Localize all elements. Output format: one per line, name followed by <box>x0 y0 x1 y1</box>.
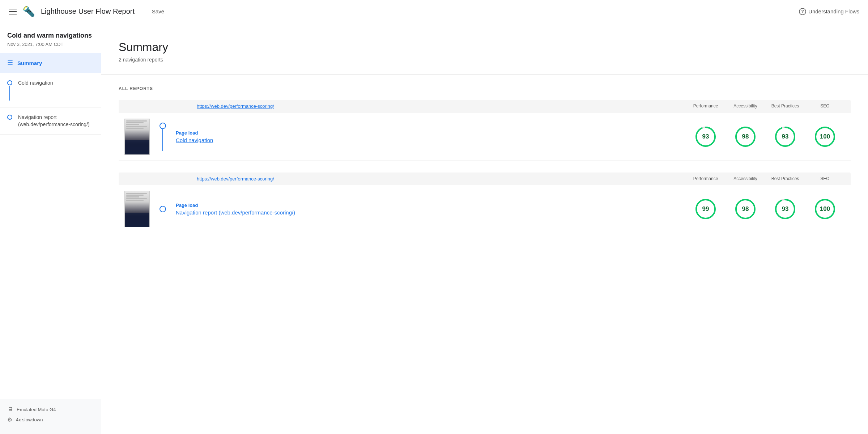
phone-icon: 🖥 <box>7 406 13 413</box>
score-circle-seo-1: 100 <box>814 126 836 148</box>
header-right: ? Understanding Flows <box>799 8 859 15</box>
score-circle-perf-1: 93 <box>695 126 716 148</box>
score-wrap-bp-2: 93 <box>765 198 805 220</box>
col-header-seo-2: SEO <box>805 176 845 182</box>
sidebar-project-title: Cold and warm navigations <box>7 32 94 39</box>
score-wrap-acc-1: 98 <box>726 126 765 148</box>
thumb-line <box>126 128 144 129</box>
thumb-line <box>126 120 147 122</box>
help-icon: ? <box>799 8 806 15</box>
sidebar-nav: Cold navigation Navigation report (web.d… <box>0 73 101 135</box>
all-reports-label: ALL REPORTS <box>119 86 851 91</box>
thumb-line <box>126 126 147 127</box>
save-button[interactable]: Save <box>152 8 164 14</box>
score-value-acc-1: 98 <box>742 133 749 140</box>
report-header-2: https://web.dev/performance-scoring/ Per… <box>119 173 851 186</box>
score-value-acc-2: 98 <box>742 205 749 213</box>
device-label: Emulated Moto G4 <box>17 407 56 412</box>
app-header: 🔦 Lighthouse User Flow Report Save ? Und… <box>0 0 868 23</box>
all-reports-section: ALL REPORTS https://web.dev/performance-… <box>101 75 868 248</box>
understanding-flows-label: Understanding Flows <box>808 8 859 14</box>
nav-dot-container-1 <box>7 80 12 101</box>
score-value-perf-2: 99 <box>702 205 709 213</box>
report-type-1: Page load <box>176 130 686 136</box>
thumbnail-dark-overlay <box>125 140 149 154</box>
score-value-perf-1: 93 <box>702 133 709 140</box>
score-circle-bp-1: 93 <box>774 126 796 148</box>
report-card-2: https://web.dev/performance-scoring/ Per… <box>119 173 851 234</box>
col-header-accessibility-1: Accessibility <box>726 103 765 109</box>
sidebar-item-nav-report[interactable]: Navigation report (web.dev/performance-s… <box>0 107 101 135</box>
nav-line-1 <box>9 86 10 101</box>
report-url-1[interactable]: https://web.dev/performance-scoring/ <box>197 103 686 109</box>
nav-dot-container-2 <box>7 114 12 120</box>
col-header-bestpractices-1: Best Practices <box>765 103 805 109</box>
timeline-connector-1 <box>156 123 170 151</box>
sidebar-summary-label: Summary <box>17 60 42 66</box>
thumb-line <box>126 200 144 201</box>
score-wrap-acc-2: 98 <box>726 198 765 220</box>
thumb-line <box>126 193 147 194</box>
thumb-line <box>126 124 139 125</box>
report-name-2[interactable]: Navigation report (web.dev/performance-s… <box>176 209 686 216</box>
score-wrap-seo-1: 100 <box>805 126 845 148</box>
score-wrap-seo-2: 100 <box>805 198 845 220</box>
understanding-flows-link[interactable]: ? Understanding Flows <box>799 8 859 15</box>
sidebar-summary-item[interactable]: ☰ Summary <box>0 53 101 73</box>
score-circle-acc-1: 98 <box>735 126 756 148</box>
report-type-2: Page load <box>176 203 686 208</box>
score-circle-seo-2: 100 <box>814 198 836 220</box>
summary-heading: Summary <box>119 41 851 54</box>
report-separator <box>119 164 851 173</box>
score-wrap-perf-2: 99 <box>686 198 726 220</box>
sidebar-project-date: Nov 3, 2021, 7:00 AM CDT <box>7 42 94 47</box>
score-circle-acc-2: 98 <box>735 198 756 220</box>
score-circle-perf-2: 99 <box>695 198 716 220</box>
header-left: 🔦 Lighthouse User Flow Report Save <box>9 5 164 17</box>
nav-dot-1 <box>7 80 12 85</box>
col-header-accessibility-2: Accessibility <box>726 176 765 182</box>
report-header-1: https://web.dev/performance-scoring/ Per… <box>119 100 851 113</box>
summary-list-icon: ☰ <box>7 59 13 67</box>
report-info-1: Page load Cold navigation <box>176 130 686 143</box>
score-value-bp-1: 93 <box>782 133 789 140</box>
report-body-2: Page load Navigation report (web.dev/per… <box>119 185 851 233</box>
sidebar-item-cold-navigation[interactable]: Cold navigation <box>0 73 101 107</box>
report-card-1: https://web.dev/performance-scoring/ Per… <box>119 100 851 161</box>
main-content: Summary 2 navigation reports ALL REPORTS… <box>101 23 868 434</box>
timeline-dot-2 <box>159 206 166 212</box>
sidebar: Cold and warm navigations Nov 3, 2021, 7… <box>0 23 101 434</box>
col-header-bestpractices-2: Best Practices <box>765 176 805 182</box>
menu-icon[interactable] <box>9 9 17 14</box>
timeline-dot-1 <box>159 123 166 129</box>
summary-subtext: 2 navigation reports <box>119 57 851 63</box>
score-wrap-perf-1: 93 <box>686 126 726 148</box>
col-header-seo-1: SEO <box>805 103 845 109</box>
col-header-performance-2: Performance <box>686 176 726 182</box>
slowdown-label: 4x slowdown <box>16 417 43 422</box>
report-thumbnail-1 <box>124 119 150 155</box>
sidebar-nav-cold-label: Cold navigation <box>18 80 53 87</box>
score-wrap-bp-1: 93 <box>765 126 805 148</box>
col-header-performance-1: Performance <box>686 103 726 109</box>
nav-dot-2 <box>7 115 12 120</box>
report-name-1[interactable]: Cold navigation <box>176 137 686 143</box>
timeline-connector-2 <box>156 206 170 212</box>
device-item-slowdown: ⚙ 4x slowdown <box>7 416 94 423</box>
score-value-seo-2: 100 <box>820 205 830 213</box>
score-circle-bp-2: 93 <box>774 198 796 220</box>
device-item-phone: 🖥 Emulated Moto G4 <box>7 406 94 413</box>
report-col-headers-1: Performance Accessibility Best Practices… <box>686 103 845 109</box>
report-url-2[interactable]: https://web.dev/performance-scoring/ <box>197 176 686 182</box>
lighthouse-logo: 🔦 <box>22 5 35 17</box>
report-col-headers-2: Performance Accessibility Best Practices… <box>686 176 845 182</box>
body-container: Cold and warm navigations Nov 3, 2021, 7… <box>0 23 868 434</box>
summary-section: Summary 2 navigation reports <box>101 23 868 75</box>
sidebar-device-section: 🖥 Emulated Moto G4 ⚙ 4x slowdown <box>0 399 101 434</box>
timeline-line-1 <box>162 129 163 151</box>
report-body-1: Page load Cold navigation <box>119 113 851 161</box>
thumbnail-dark-overlay-2 <box>125 213 149 227</box>
score-circles-1: 93 98 <box>686 126 845 148</box>
score-value-bp-2: 93 <box>782 205 789 213</box>
thumb-line <box>126 122 144 123</box>
